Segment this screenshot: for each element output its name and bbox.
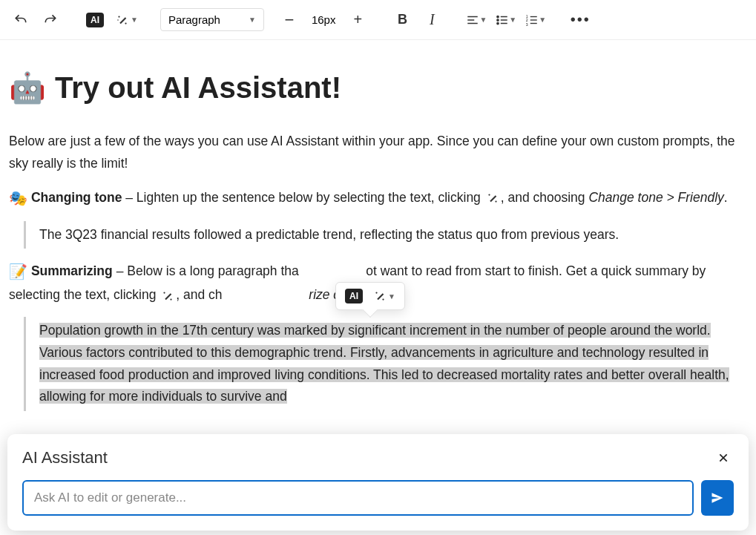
paragraph-style-label: Paragraph: [168, 13, 220, 26]
wand-icon: [486, 191, 499, 205]
chevron-down-icon: ▼: [388, 292, 395, 301]
align-button[interactable]: ▼: [463, 7, 490, 33]
font-size-value[interactable]: 16px: [304, 13, 344, 26]
ai-icon: AI: [86, 13, 104, 27]
paragraph-style-select[interactable]: Paragraph ▼: [160, 8, 264, 31]
align-left-icon: [466, 13, 479, 27]
wand-icon: [161, 289, 174, 303]
bold-button[interactable]: B: [389, 7, 415, 33]
undo-button[interactable]: [7, 7, 34, 33]
selected-text: Population growth in the 17th century wa…: [39, 323, 729, 404]
heading-text: Try out AI Assistant!: [55, 62, 341, 113]
wand-icon: [373, 289, 387, 303]
more-button[interactable]: •••: [567, 7, 594, 33]
ai-button[interactable]: AI: [82, 7, 108, 33]
svg-point-21: [171, 298, 172, 300]
numbered-list-button[interactable]: 123 ▼: [522, 7, 549, 33]
ai-assistant-panel: AI Assistant: [7, 434, 749, 531]
svg-point-8: [497, 22, 499, 24]
redo-button[interactable]: [37, 7, 64, 33]
intro-paragraph: Below are just a few of the ways you can…: [9, 131, 747, 175]
tone-label: Changing tone: [31, 189, 122, 204]
svg-point-6: [497, 16, 499, 17]
chevron-down-icon: ▼: [509, 16, 516, 24]
tone-paragraph: 🎭 Changing tone – Lighten up the sentenc…: [9, 186, 747, 211]
wand-icon: [116, 13, 129, 27]
svg-point-20: [164, 292, 165, 293]
editor-content[interactable]: 🤖 Try out AI Assistant! Below are just a…: [0, 40, 756, 436]
chevron-down-icon: ▼: [539, 16, 546, 24]
svg-point-19: [495, 200, 496, 202]
svg-point-2: [117, 19, 119, 21]
bullet-list-button[interactable]: ▼: [493, 7, 519, 33]
font-size-decrease[interactable]: −: [276, 7, 303, 33]
ai-panel-title: AI Assistant: [22, 448, 108, 467]
chevron-down-icon: ▼: [479, 16, 487, 24]
svg-point-23: [382, 298, 384, 300]
svg-point-7: [497, 19, 499, 20]
ai-prompt-input[interactable]: [22, 480, 694, 516]
magic-wand-button[interactable]: ▼: [111, 7, 142, 33]
svg-point-18: [488, 194, 490, 195]
selection-toolbar: AI ▼: [335, 282, 405, 310]
close-button[interactable]: [713, 447, 734, 468]
page-title: 🤖 Try out AI Assistant!: [9, 62, 747, 113]
ai-icon: AI: [345, 289, 363, 303]
robot-icon: 🤖: [9, 62, 46, 113]
mask-icon: 🎭: [9, 190, 27, 206]
ai-button[interactable]: AI: [345, 289, 363, 303]
italic-button[interactable]: I: [418, 7, 445, 33]
svg-text:3: 3: [526, 22, 528, 26]
close-icon: [717, 452, 729, 464]
tone-quote: The 3Q23 financial results followed a pr…: [24, 221, 747, 249]
send-button[interactable]: [701, 480, 734, 516]
chevron-down-icon: ▼: [131, 16, 138, 24]
numbered-list-icon: 123: [525, 13, 539, 27]
chevron-down-icon: ▼: [249, 16, 256, 24]
svg-point-22: [375, 292, 377, 293]
font-size-stepper: − 16px +: [276, 7, 372, 33]
svg-point-1: [125, 22, 126, 24]
tone-path: Change tone > Friendly: [588, 189, 723, 204]
svg-point-0: [118, 16, 119, 17]
memo-icon: 📝: [9, 263, 27, 280]
send-icon: [710, 490, 725, 505]
bullet-list-icon: [496, 13, 509, 27]
summ-label: Summarizing: [31, 263, 113, 278]
editor-toolbar: AI ▼ Paragraph ▼ − 16px + B I ▼ ▼ 123 ▼ …: [0, 0, 756, 40]
magic-wand-button[interactable]: ▼: [373, 289, 395, 303]
long-quote: Population growth in the 17th century wa…: [24, 317, 747, 411]
font-size-increase[interactable]: +: [344, 7, 371, 33]
